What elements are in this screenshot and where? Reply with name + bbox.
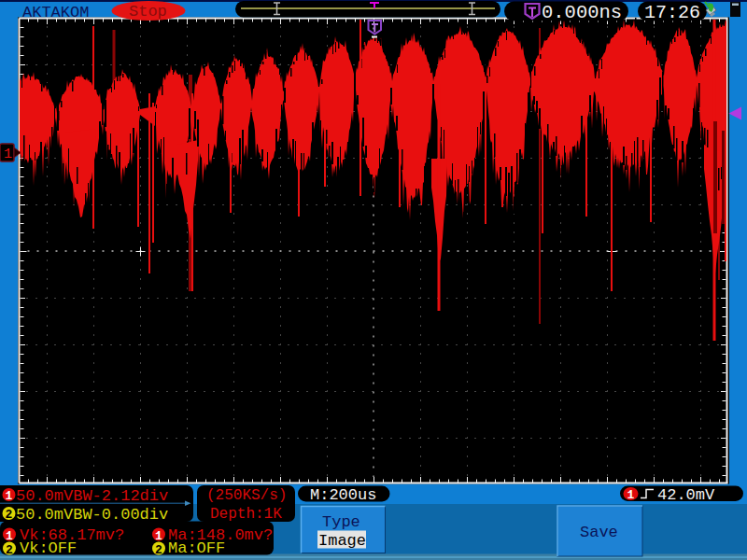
svg-text:(250KS/s): (250KS/s) [206, 487, 287, 504]
svg-text:Vk:OFF: Vk:OFF [20, 539, 77, 557]
svg-text:1: 1 [155, 529, 162, 543]
svg-text:42.0mV: 42.0mV [657, 486, 715, 504]
svg-text:1: 1 [6, 529, 13, 543]
svg-text:17:26: 17:26 [644, 2, 700, 23]
svg-text:Ma:OFF: Ma:OFF [168, 539, 225, 557]
svg-text:2: 2 [6, 543, 13, 557]
svg-text:Stop: Stop [129, 3, 167, 21]
svg-text:2: 2 [155, 543, 162, 557]
svg-text:Depth:1K: Depth:1K [210, 506, 282, 523]
svg-text:1: 1 [4, 147, 12, 162]
svg-text:1: 1 [627, 488, 635, 502]
svg-text:50.0mVBW-2.12div: 50.0mVBW-2.12div [16, 487, 168, 505]
svg-text:Image: Image [318, 532, 366, 550]
svg-text:2: 2 [6, 508, 13, 522]
svg-text:0.000ns: 0.000ns [542, 2, 622, 23]
svg-text:1: 1 [6, 489, 13, 503]
svg-text:Save: Save [580, 524, 618, 541]
svg-text:M:200us: M:200us [310, 486, 376, 504]
svg-text:AKTAKOM: AKTAKOM [22, 4, 89, 21]
svg-text:50.0mVBW-0.00div: 50.0mVBW-0.00div [16, 506, 168, 524]
svg-text:Type: Type [322, 513, 360, 531]
